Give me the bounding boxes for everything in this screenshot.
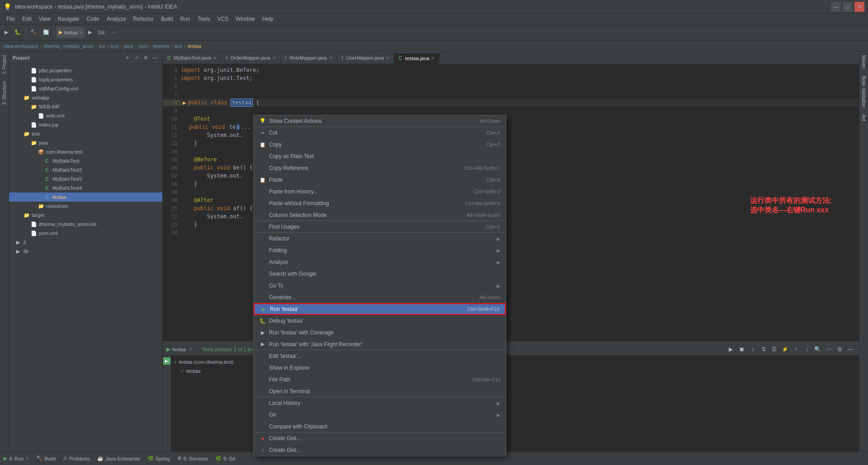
tree-pom[interactable]: 📄pom.xml <box>9 229 162 238</box>
tree-mybatistest[interactable]: CMyBatisTest <box>9 156 162 165</box>
tree-index[interactable]: 📄index.jsp <box>9 120 162 129</box>
run-close-icon[interactable]: ✕ <box>189 347 193 352</box>
menu-refactor[interactable]: Refactor <box>131 16 156 22</box>
menu-help[interactable]: Help <box>259 16 276 22</box>
run-sort2[interactable]: ⇅ <box>759 344 769 354</box>
menu-file-path[interactable]: File Path Ctrl+Alt+F12 <box>254 374 506 385</box>
bottom-tab-spring[interactable]: 🌿 Spring <box>147 456 170 461</box>
menu-folding[interactable]: Folding ▶ <box>254 244 506 256</box>
menu-vcs[interactable]: VCS <box>215 16 231 22</box>
maximize-button[interactable]: □ <box>843 2 853 12</box>
menu-open-terminal[interactable]: Open in Terminal <box>254 385 506 397</box>
menu-cut[interactable]: ✂Cut Ctrl+X <box>254 127 506 139</box>
tree-package[interactable]: 📦com.itheima.test <box>9 147 162 156</box>
tree-mybatistest3[interactable]: CMyBatisTest3 <box>9 174 162 183</box>
toolbar-git-check[interactable]: ✓ <box>109 26 119 39</box>
menu-window[interactable]: Window <box>233 16 258 22</box>
run-config-arrow[interactable]: ▾ <box>80 30 82 35</box>
tree-iml[interactable]: 📄itheima_mybatis_anno.iml <box>9 220 162 229</box>
tree-jt[interactable]: ▶jt <box>9 238 162 247</box>
menu-create-gist-1[interactable]: ●Create Gist... <box>254 432 506 444</box>
bottom-tab-build[interactable]: 🔨 Build <box>36 456 55 461</box>
menu-local-history[interactable]: Local History ▶ <box>254 397 506 409</box>
menu-git[interactable]: Git ▶ <box>254 409 506 421</box>
bottom-tab-run[interactable]: ▶ 4: Run ✕ <box>4 456 29 461</box>
tree-mybatistest2[interactable]: CMyBatisTest2 <box>9 165 162 174</box>
menu-code[interactable]: Code <box>84 16 102 22</box>
run-play-btn[interactable]: ▶ <box>163 357 170 365</box>
run-up[interactable]: ↑ <box>791 344 801 354</box>
menu-tools[interactable]: Tools <box>195 16 213 22</box>
run-sort1[interactable]: ↕ <box>748 344 758 354</box>
bc-9[interactable]: testaa <box>188 43 201 49</box>
tree-sqlmap[interactable]: 📄sqlMapConfig.xml <box>9 84 162 93</box>
menu-analyze[interactable]: Analyze <box>104 16 129 22</box>
sidebar-action-2[interactable]: ⤢ <box>132 54 141 62</box>
menu-paste[interactable]: 📋Paste Ctrl+V <box>254 174 506 186</box>
bc-7[interactable]: itheima <box>153 43 169 49</box>
menu-build[interactable]: Build <box>158 16 176 22</box>
close-button[interactable]: ✕ <box>854 2 864 12</box>
panel-structure[interactable]: 2: Structure <box>2 81 7 105</box>
run-filter[interactable]: ☰ <box>769 344 779 354</box>
tree-testaa[interactable]: Ctestaa <box>9 193 162 202</box>
menu-run-testaa[interactable]: ▶Run 'testaa' Ctrl+Shift+F10 <box>254 303 506 315</box>
panel-maven[interactable]: Maven <box>861 55 866 69</box>
bc-6[interactable]: com <box>138 43 148 49</box>
toolbar-run[interactable]: ▶ <box>2 26 11 39</box>
bc-5[interactable]: java <box>124 43 133 49</box>
menu-search-google[interactable]: Search with Google <box>254 268 506 280</box>
run-diff[interactable]: ⚡ <box>780 344 790 354</box>
menu-paste-no-format[interactable]: Paste without Formatting Ctrl+Alt+Shift+… <box>254 197 506 209</box>
menu-file[interactable]: File <box>4 16 18 22</box>
menu-edit[interactable]: Edit <box>19 16 34 22</box>
tree-target[interactable]: 📁target <box>9 211 162 220</box>
tab-close[interactable]: ✕ <box>329 56 332 61</box>
tree-java[interactable]: 📁java <box>9 138 162 147</box>
menu-debug-testaa[interactable]: 🐛Debug 'testaa' <box>254 315 506 327</box>
tree-mybatistest4[interactable]: CMyBatisTest4 <box>9 183 162 193</box>
panel-project[interactable]: 1: Project <box>2 55 7 74</box>
menu-refactor[interactable]: Refactor ▶ <box>254 233 506 244</box>
tab-usermapper[interactable]: IUserMapper.java✕ <box>337 52 394 64</box>
menu-run-jfr[interactable]: ▶Run 'testaa' with 'Java Flight Recorder… <box>254 338 506 350</box>
menu-show-context[interactable]: 💡Show Context Actions Alt+Enter <box>254 115 506 127</box>
tree-webapp[interactable]: 📁webapp <box>9 93 162 102</box>
tab-close[interactable]: ✕ <box>213 56 217 61</box>
run-collapse[interactable]: — <box>845 344 855 354</box>
toolbar-build[interactable]: 🔨 <box>28 26 39 39</box>
tree-log4j[interactable]: 📄log4j.properties <box>9 75 162 84</box>
bottom-tab-problems[interactable]: ⚠ Problems <box>63 456 90 461</box>
bottom-tab-services[interactable]: ⚙ 8: Services <box>177 456 208 461</box>
run-stop[interactable]: ⏹ <box>737 344 747 354</box>
run-search[interactable]: 🔍 <box>813 344 823 354</box>
tab-mybatistest[interactable]: CMyBatisTest.java✕ <box>163 52 222 64</box>
menu-paste-history[interactable]: Paste from History... Ctrl+Shift+V <box>254 186 506 197</box>
toolbar-debug[interactable]: 🐛 <box>12 26 24 39</box>
panel-bean[interactable]: Bean Validation <box>861 76 866 107</box>
menu-find-usages[interactable]: Find Usages Ctrl+G <box>254 221 506 233</box>
menu-generate[interactable]: Generate... Alt+Insert <box>254 291 506 303</box>
run-gutter-icon[interactable]: ▶ <box>181 100 188 105</box>
sidebar-action-3[interactable]: ⚙ <box>142 54 150 62</box>
toolbar-run-config[interactable]: ▶ <box>85 26 94 39</box>
tab-close[interactable]: ✕ <box>272 56 276 61</box>
tree-webxml[interactable]: 📄web.xml <box>9 111 162 120</box>
bc-1[interactable]: idea-workspace <box>4 43 38 49</box>
tree-resources[interactable]: 📁resources <box>9 202 162 211</box>
run-rerun[interactable]: ▶ <box>726 344 736 354</box>
panel-ant[interactable]: Ant <box>861 114 866 121</box>
menu-create-gist-2[interactable]: ○Create Gist... <box>254 444 506 456</box>
sidebar-action-close[interactable]: — <box>151 54 159 62</box>
menu-navigate[interactable]: Navigate <box>55 16 82 22</box>
bc-2[interactable]: itheima_mybatis_anno <box>44 43 94 49</box>
menu-edit-testaa[interactable]: Edit 'testaa'... <box>254 350 506 362</box>
run-tab-close[interactable]: ✕ <box>25 456 29 461</box>
menu-analyze[interactable]: Analyze ▶ <box>254 256 506 268</box>
menu-copy-ref[interactable]: Copy Reference Ctrl+Alt+Shift+C <box>254 162 506 174</box>
bc-3[interactable]: src <box>99 43 105 49</box>
toolbar-sync[interactable]: 🔄 <box>40 26 52 39</box>
tree-lib[interactable]: ▶lib <box>9 247 162 256</box>
bc-8[interactable]: test <box>175 43 183 49</box>
menu-show-explorer[interactable]: Show in Explorer <box>254 362 506 374</box>
